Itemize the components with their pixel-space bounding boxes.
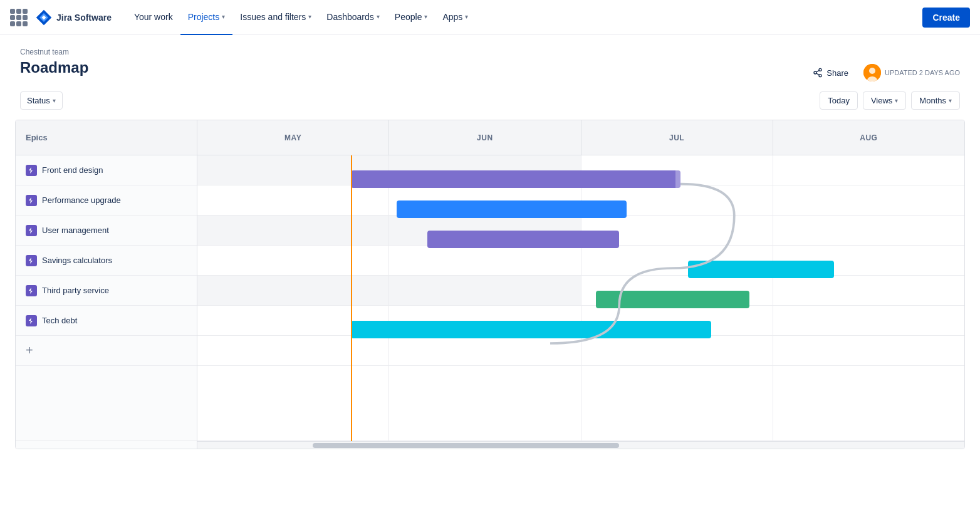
svg-point-1 <box>814 71 816 74</box>
logo[interactable]: Jira Software <box>35 9 112 26</box>
timeline-cell <box>197 246 389 275</box>
svg-line-4 <box>816 70 820 72</box>
epic-label: Performance upgrade <box>42 195 121 205</box>
list-item[interactable]: Performance upgrade <box>16 185 197 216</box>
status-chevron-icon: ▾ <box>53 97 56 104</box>
epic-label: Savings calculators <box>42 256 112 265</box>
issues-chevron-icon: ▾ <box>308 13 311 20</box>
timeline-cell <box>197 336 389 365</box>
timeline-scroll-thumb[interactable] <box>313 443 620 448</box>
epics-empty-area <box>16 366 197 441</box>
epic-label: User management <box>42 226 109 235</box>
epic-bar-3[interactable] <box>688 261 834 278</box>
projects-chevron-icon: ▾ <box>222 13 225 20</box>
timeline-body <box>197 155 964 441</box>
updated-info: UPDATED 2 DAYS AGO <box>863 64 960 81</box>
epics-header: Epics <box>16 120 197 155</box>
share-icon <box>813 68 823 78</box>
epic-icon <box>26 255 37 266</box>
timeline-cell <box>773 216 964 245</box>
epic-icon <box>26 195 37 206</box>
epic-label: Third party service <box>42 286 109 295</box>
epic-bar-0[interactable] <box>351 170 680 188</box>
views-chevron-icon: ▾ <box>895 97 898 104</box>
epic-icon <box>26 285 37 296</box>
timeline-cell <box>197 366 389 440</box>
breadcrumb: Chestnut team <box>20 48 960 56</box>
page-header: Chestnut team Roadmap Share <box>0 35 980 81</box>
month-jun: JUN <box>389 120 581 155</box>
toolbar-right: Today Views ▾ Months ▾ <box>820 91 960 110</box>
timeline-cell <box>389 366 581 440</box>
timeline-panel: MAY JUN JUL AUG <box>197 120 964 449</box>
timeline-empty-area <box>197 366 964 441</box>
epics-panel: Epics Front end design Performance upgra… <box>16 120 197 449</box>
timeline-cell <box>581 366 773 440</box>
epic-bar-5[interactable] <box>351 321 711 338</box>
timeline-cell <box>389 336 581 365</box>
create-button[interactable]: Create <box>922 8 970 28</box>
nav-apps[interactable]: Apps ▾ <box>435 0 476 35</box>
epic-icon <box>26 165 37 176</box>
share-button[interactable]: Share <box>808 65 853 80</box>
today-button[interactable]: Today <box>820 91 858 110</box>
timeline-cell <box>773 155 964 185</box>
status-filter-button[interactable]: Status ▾ <box>20 91 63 110</box>
toolbar-left: Status ▾ <box>20 91 63 110</box>
timeline-row-4 <box>197 276 964 306</box>
logo-text: Jira Software <box>56 13 112 23</box>
apps-chevron-icon: ▾ <box>465 13 468 20</box>
nav-links: Your work Projects ▾ Issues and filters … <box>127 0 524 35</box>
svg-point-0 <box>819 68 821 71</box>
svg-marker-9 <box>29 197 33 204</box>
app-switcher-icon[interactable] <box>10 9 28 26</box>
page-title: Roadmap <box>20 59 88 76</box>
timeline-cell <box>773 306 964 335</box>
timeline-cell <box>773 366 964 440</box>
timeline-cell <box>773 185 964 215</box>
nav-dashboards[interactable]: Dashboards ▾ <box>319 0 387 35</box>
svg-marker-11 <box>29 258 33 264</box>
people-chevron-icon: ▾ <box>424 13 427 20</box>
epic-label: Front end design <box>42 165 103 175</box>
month-may: MAY <box>197 120 389 155</box>
svg-point-6 <box>869 68 875 74</box>
epic-bar-1[interactable] <box>397 200 627 218</box>
nav-your-work[interactable]: Your work <box>127 0 180 35</box>
nav-projects[interactable]: Projects ▾ <box>180 0 233 35</box>
plus-icon: + <box>26 343 33 358</box>
epic-bar-4[interactable] <box>596 291 749 308</box>
svg-marker-13 <box>29 318 33 324</box>
timeline-row-3 <box>197 246 964 276</box>
timeline-row-add <box>197 336 964 366</box>
toolbar: Status ▾ Today Views ▾ Months ▾ <box>0 81 980 120</box>
epic-icon <box>26 315 37 326</box>
months-chevron-icon: ▾ <box>949 97 952 104</box>
list-item[interactable]: Front end design <box>16 155 197 185</box>
dashboards-chevron-icon: ▾ <box>377 13 380 20</box>
timeline-cell <box>197 185 389 215</box>
timeline-cell <box>389 246 581 275</box>
views-button[interactable]: Views ▾ <box>863 91 906 110</box>
epic-bar-2[interactable] <box>427 231 619 248</box>
timeline-cell <box>197 216 389 245</box>
list-item[interactable]: Third party service <box>16 276 197 306</box>
timeline-cell <box>773 336 964 365</box>
nav-people[interactable]: People ▾ <box>387 0 435 35</box>
timeline-cell <box>389 276 581 305</box>
add-epic-button[interactable]: + <box>16 336 197 366</box>
nav-issues-filters[interactable]: Issues and filters ▾ <box>232 0 319 35</box>
list-item[interactable]: User management <box>16 216 197 246</box>
svg-marker-12 <box>29 288 33 294</box>
navbar: Jira Software Your work Projects ▾ Issue… <box>0 0 980 35</box>
list-item[interactable]: Savings calculators <box>16 246 197 276</box>
list-item[interactable]: Tech debt <box>16 306 197 336</box>
svg-point-2 <box>819 75 821 77</box>
timeline-cell <box>197 276 389 305</box>
timeline-months-header: MAY JUN JUL AUG <box>197 120 964 155</box>
share-area: Share UPDATED 2 DAYS AGO <box>808 64 960 81</box>
timeline-scrollbar[interactable] <box>197 441 964 449</box>
epic-icon <box>26 225 37 236</box>
avatar <box>863 64 881 81</box>
months-button[interactable]: Months ▾ <box>911 91 960 110</box>
